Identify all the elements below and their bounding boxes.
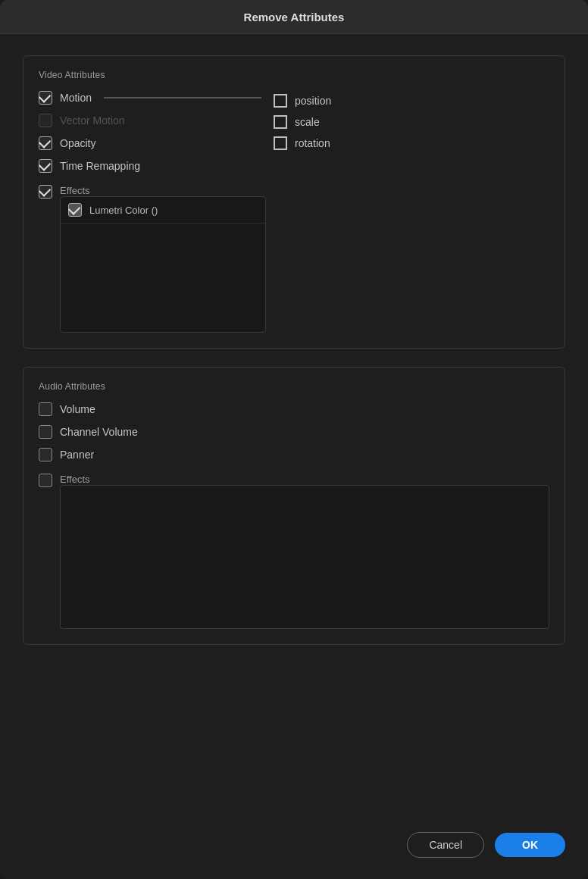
video-right-col: position scale rotation [266,91,549,333]
video-section-label: Video Attributes [39,70,549,80]
rotation-row: rotation [274,136,549,150]
position-label: position [295,95,331,107]
audio-effects-content: Effects [60,474,549,629]
video-attributes-section: Video Attributes Motion Vector Motion [23,55,565,349]
video-effects-label: Effects [60,185,266,196]
ok-button[interactable]: OK [495,833,565,857]
audio-section-label: Audio Attributes [39,381,549,392]
dialog-title: Remove Attributes [244,11,345,23]
opacity-checkbox[interactable] [39,136,52,150]
remove-attributes-dialog: Remove Attributes Video Attributes Motio… [0,0,588,879]
audio-effects-label: Effects [60,474,549,485]
channel-volume-label: Channel Volume [60,426,138,438]
scale-label: scale [295,116,320,128]
motion-checkbox[interactable] [39,91,52,105]
volume-checkbox[interactable] [39,402,52,416]
vector-motion-label: Vector Motion [60,114,125,127]
time-remapping-label: Time Remapping [60,160,140,172]
title-bar: Remove Attributes [0,0,588,34]
audio-effects-checkbox[interactable] [39,474,52,487]
panner-checkbox[interactable] [39,448,52,461]
motion-row: Motion [39,91,266,105]
channel-volume-row: Channel Volume [39,425,549,439]
rotation-label: rotation [295,137,330,149]
lumetri-color-checkbox[interactable] [68,203,82,217]
footer: Cancel OK [0,820,588,879]
scale-checkbox[interactable] [274,115,287,129]
panner-row: Panner [39,448,549,461]
lumetri-color-label: Lumetri Color () [89,205,158,216]
audio-attributes-section: Audio Attributes Volume Channel Volume P… [23,367,565,645]
position-checkbox[interactable] [274,94,287,108]
dialog-body: Video Attributes Motion Vector Motion [0,34,588,820]
video-effects-row: Effects Lumetri Color () [39,185,266,333]
scale-row: scale [274,115,549,129]
volume-label: Volume [60,403,95,415]
audio-effects-list [60,485,549,629]
vector-motion-row: Vector Motion [39,114,266,127]
lumetri-color-item: Lumetri Color () [61,197,265,224]
channel-volume-checkbox[interactable] [39,425,52,439]
time-remapping-checkbox[interactable] [39,159,52,173]
cancel-button[interactable]: Cancel [407,832,484,858]
video-effects-content: Effects Lumetri Color () [60,185,266,333]
video-effects-checkbox[interactable] [39,185,52,199]
time-remapping-row: Time Remapping [39,159,266,173]
audio-effects-row: Effects [39,474,549,629]
video-left-col: Motion Vector Motion Opacity [39,91,266,333]
volume-row: Volume [39,402,549,416]
motion-divider-line [104,97,261,99]
motion-label: Motion [60,92,92,104]
opacity-label: Opacity [60,137,95,149]
opacity-row: Opacity [39,136,266,150]
vector-motion-checkbox[interactable] [39,114,52,127]
position-row: position [274,94,549,108]
panner-label: Panner [60,449,94,461]
rotation-checkbox[interactable] [274,136,287,150]
video-effects-list: Lumetri Color () [60,196,266,333]
audio-left-col: Volume Channel Volume Panner Effects [39,402,549,629]
video-section-content: Motion Vector Motion Opacity [39,91,549,333]
